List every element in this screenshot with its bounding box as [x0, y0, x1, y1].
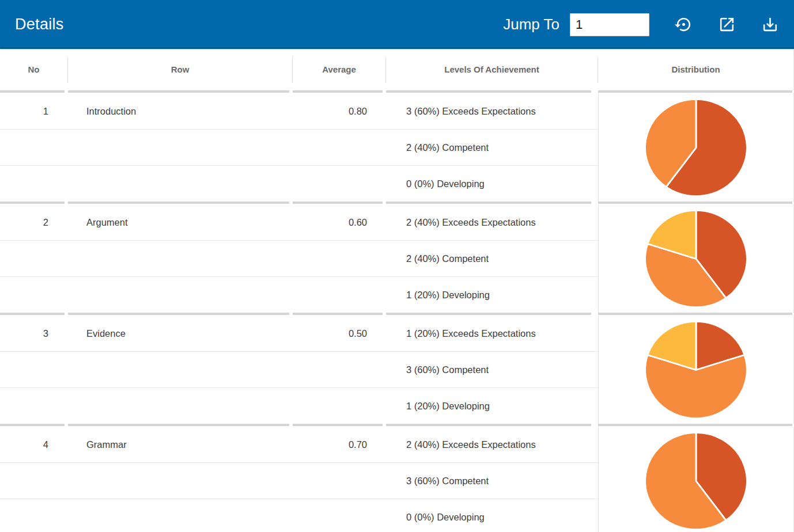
level-text-1: 3 (60%) Competent — [386, 364, 598, 375]
table-header: No Row Average Levels Of Achievement Dis… — [0, 49, 794, 90]
app-bar: Details Jump To — [0, 0, 794, 49]
level-subrow: 1 (20%) Developing — [0, 276, 598, 313]
row-left-section: 2 Argument 0.60 2 (40%) Exceeds Expectat… — [0, 204, 598, 313]
level-subrow: 3 Evidence 0.50 1 (20%) Exceeds Expectat… — [0, 316, 598, 351]
level-subrow: 2 (40%) Competent — [0, 240, 598, 276]
level-subrow: 1 Introduction 0.80 3 (60%) Exceeds Expe… — [0, 93, 598, 129]
level-text-0: 2 (40%) Exceeds Expectations — [386, 217, 598, 228]
row-number: 3 — [0, 328, 68, 339]
open-in-new-icon — [718, 16, 736, 33]
download-button[interactable] — [761, 16, 779, 34]
row-left-section: 4 Grammar 0.70 2 (40%) Exceeds Expectati… — [0, 427, 598, 532]
row-left-section: 1 Introduction 0.80 3 (60%) Exceeds Expe… — [0, 93, 598, 202]
row-number: 1 — [0, 106, 68, 117]
open-in-new-button[interactable] — [717, 16, 736, 34]
row-average: 0.50 — [293, 328, 386, 339]
column-header-levels: Levels Of Achievement — [386, 56, 598, 83]
row-number: 4 — [0, 439, 68, 450]
page-title: Details — [15, 16, 64, 33]
level-text-2: 0 (0%) Developing — [386, 512, 598, 523]
level-text-2: 1 (20%) Developing — [386, 401, 598, 412]
row-average: 0.60 — [293, 217, 386, 228]
level-subrow: 2 (40%) Competent — [0, 129, 598, 165]
distribution-pie-chart — [598, 316, 794, 424]
table-row: 3 Evidence 0.50 1 (20%) Exceeds Expectat… — [0, 316, 794, 424]
column-header-row: Row — [68, 56, 293, 83]
table-body: 1 Introduction 0.80 3 (60%) Exceeds Expe… — [0, 90, 794, 532]
level-text-0: 1 (20%) Exceeds Expectations — [386, 328, 598, 339]
table-row: 2 Argument 0.60 2 (40%) Exceeds Expectat… — [0, 204, 794, 313]
table-row: 4 Grammar 0.70 2 (40%) Exceeds Expectati… — [0, 427, 794, 532]
level-subrow: 1 (20%) Developing — [0, 387, 598, 424]
column-header-average: Average — [293, 56, 386, 83]
level-text-2: 0 (0%) Developing — [386, 178, 598, 189]
column-header-no: No — [0, 56, 68, 83]
distribution-pie-chart — [598, 427, 794, 532]
row-name: Evidence — [68, 328, 293, 339]
level-text-1: 2 (40%) Competent — [386, 142, 598, 153]
table-row: 1 Introduction 0.80 3 (60%) Exceeds Expe… — [0, 93, 794, 202]
jump-to-input[interactable] — [570, 13, 649, 36]
level-text-0: 2 (40%) Exceeds Expectations — [386, 439, 598, 450]
level-text-1: 2 (40%) Competent — [386, 253, 598, 264]
level-text-2: 1 (20%) Developing — [386, 290, 598, 301]
level-subrow: 4 Grammar 0.70 2 (40%) Exceeds Expectati… — [0, 427, 598, 462]
level-subrow: 3 (60%) Competent — [0, 462, 598, 499]
level-subrow: 2 Argument 0.60 2 (40%) Exceeds Expectat… — [0, 204, 598, 240]
row-average: 0.70 — [293, 439, 386, 450]
row-name: Grammar — [68, 439, 293, 450]
restore-icon — [675, 16, 693, 33]
restore-button[interactable] — [674, 16, 693, 34]
row-name: Introduction — [68, 106, 293, 117]
distribution-pie-chart — [598, 93, 794, 202]
level-text-1: 3 (60%) Competent — [386, 476, 598, 487]
jump-to-label: Jump To — [503, 16, 559, 33]
row-number: 2 — [0, 217, 68, 228]
level-subrow: 0 (0%) Developing — [0, 499, 598, 532]
level-subrow: 0 (0%) Developing — [0, 165, 598, 202]
row-left-section: 3 Evidence 0.50 1 (20%) Exceeds Expectat… — [0, 316, 598, 424]
row-name: Argument — [68, 217, 293, 228]
download-icon — [761, 16, 779, 33]
column-header-distribution: Distribution — [598, 56, 793, 83]
row-average: 0.80 — [293, 106, 386, 117]
distribution-pie-chart — [598, 204, 794, 313]
level-subrow: 3 (60%) Competent — [0, 351, 598, 387]
level-text-0: 3 (60%) Exceeds Expectations — [386, 106, 598, 117]
